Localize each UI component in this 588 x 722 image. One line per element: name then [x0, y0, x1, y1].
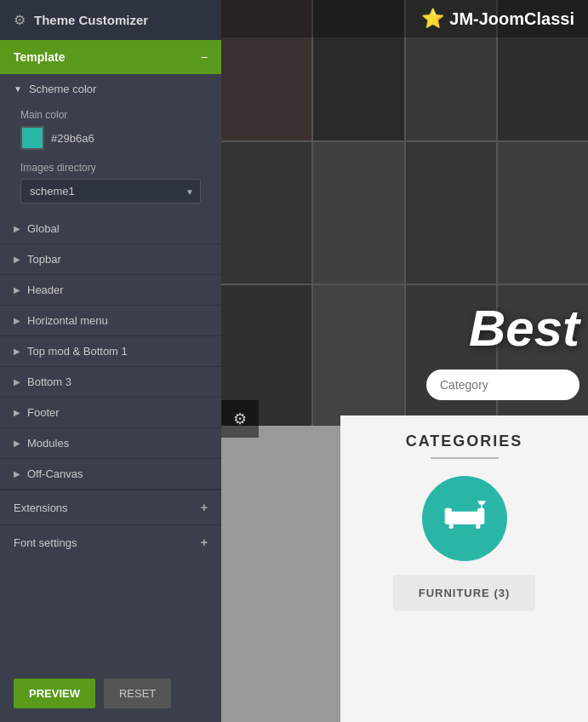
sidebar-footer: PREVIEW RESET — [0, 665, 221, 722]
svg-rect-3 — [450, 517, 478, 524]
extensions-label: Extensions — [14, 501, 68, 514]
nav-item-off-canvas[interactable]: ▶ Off-Canvas — [0, 459, 221, 490]
gear-icon: ⚙ — [14, 12, 26, 28]
category-label-text: FURNITURE (3) — [419, 587, 511, 599]
scheme-body: Main color #29b6a6 Images directory sche… — [0, 104, 221, 214]
preview-button[interactable]: PREVIEW — [14, 679, 95, 708]
nav-item-global[interactable]: ▶ Global — [0, 214, 221, 244]
plus-icon: + — [201, 536, 208, 549]
nav-label-global: Global — [27, 222, 60, 235]
hero-cell — [313, 142, 403, 283]
nav-item-topbar[interactable]: ▶ Topbar — [0, 244, 221, 275]
nav-item-footer[interactable]: ▶ Footer — [0, 398, 221, 428]
chevron-right-icon: ▶ — [14, 285, 20, 295]
chevron-right-icon: ▶ — [14, 438, 20, 448]
nav-item-bottom3[interactable]: ▶ Bottom 3 — [0, 367, 221, 398]
main-color-label: Main color — [20, 109, 201, 121]
svg-rect-4 — [448, 524, 453, 528]
chevron-right-icon: ▶ — [14, 347, 20, 356]
chevron-right-icon: ▶ — [14, 377, 20, 387]
sidebar: ⚙ Theme Customizer Template − ▼ Scheme c… — [0, 0, 221, 722]
template-label: Template — [14, 50, 65, 64]
main-content: ⭐ JM-JoomClassi Best ⚙ CATEGORIES — [221, 0, 588, 722]
nav-label-modules: Modules — [27, 437, 69, 450]
svg-marker-7 — [477, 501, 486, 504]
nav-label-bottom3: Bottom 3 — [27, 375, 71, 388]
category-icon-circle — [422, 476, 507, 561]
svg-rect-5 — [476, 524, 480, 528]
categories-section: CATEGORIES FURNITURE (3) — [340, 415, 588, 722]
scheme-color-label: Scheme color — [29, 83, 96, 95]
chevron-right-icon: ▶ — [14, 469, 20, 478]
scheme-section: ▼ Scheme color Main color #29b6a6 Images… — [0, 74, 221, 214]
color-hex-value: #29b6a6 — [51, 132, 94, 145]
nav-item-horizontal-menu[interactable]: ▶ Horizontal menu — [0, 306, 221, 336]
images-directory-label: Images directory — [20, 162, 201, 174]
color-swatch[interactable] — [20, 126, 44, 150]
font-settings-toggle[interactable]: Font settings + — [0, 524, 221, 559]
font-settings-label: Font settings — [14, 536, 77, 549]
hero-cell — [406, 142, 496, 283]
hero-cell — [221, 142, 311, 283]
brand-star-icon: ⭐ — [421, 8, 444, 30]
reset-button[interactable]: RESET — [104, 679, 171, 708]
scheme-color-header[interactable]: ▼ Scheme color — [0, 74, 221, 104]
gear-button[interactable]: ⚙ — [221, 400, 259, 438]
nav-label-footer: Footer — [27, 406, 60, 419]
nav-item-modules[interactable]: ▶ Modules — [0, 428, 221, 459]
images-directory-select-wrapper: scheme1 scheme2 scheme3 ▼ — [20, 179, 201, 203]
search-input[interactable] — [426, 370, 579, 400]
nav-label-horizontal-menu: Horizontal menu — [27, 314, 108, 327]
hero-cell — [498, 142, 588, 283]
main-color-field: #29b6a6 — [20, 126, 201, 150]
chevron-right-icon: ▶ — [14, 255, 20, 264]
hero-search — [426, 370, 579, 400]
chevron-right-icon: ▶ — [14, 316, 20, 325]
chevron-right-icon: ▶ — [14, 224, 20, 233]
hero-cell — [313, 285, 403, 426]
nav-label-header: Header — [27, 284, 64, 296]
top-bar: ⭐ JM-JoomClassi — [221, 0, 588, 37]
template-section[interactable]: Template − — [0, 40, 221, 74]
extensions-toggle[interactable]: Extensions + — [0, 490, 221, 524]
sidebar-header: ⚙ Theme Customizer — [0, 0, 221, 40]
hero-text: Best — [469, 299, 579, 358]
collapse-icon: − — [201, 50, 208, 64]
nav-label-off-canvas: Off-Canvas — [27, 467, 83, 480]
nav-item-top-mod[interactable]: ▶ Top mod & Bottom 1 — [0, 336, 221, 367]
chevron-down-icon: ▼ — [14, 84, 22, 94]
chevron-right-icon: ▶ — [14, 408, 20, 417]
nav-label-top-mod: Top mod & Bottom 1 — [27, 345, 128, 358]
hero-section: Best — [221, 0, 588, 426]
brand-logo: ⭐ JM-JoomClassi — [421, 8, 574, 30]
nav-item-header[interactable]: ▶ Header — [0, 275, 221, 306]
brand-name: JM-JoomClassi — [449, 9, 574, 29]
nav-items-list: ▶ Global ▶ Topbar ▶ Header ▶ Horizontal … — [0, 214, 221, 490]
categories-divider — [431, 457, 499, 459]
categories-title: CATEGORIES — [406, 433, 523, 450]
images-directory-select[interactable]: scheme1 scheme2 scheme3 — [20, 179, 201, 203]
settings-icon: ⚙ — [233, 410, 247, 428]
furniture-icon — [443, 494, 486, 544]
category-label-box: FURNITURE (3) — [393, 575, 536, 610]
nav-label-topbar: Topbar — [27, 253, 61, 266]
plus-icon: + — [201, 501, 208, 514]
sidebar-title: Theme Customizer — [34, 13, 148, 27]
